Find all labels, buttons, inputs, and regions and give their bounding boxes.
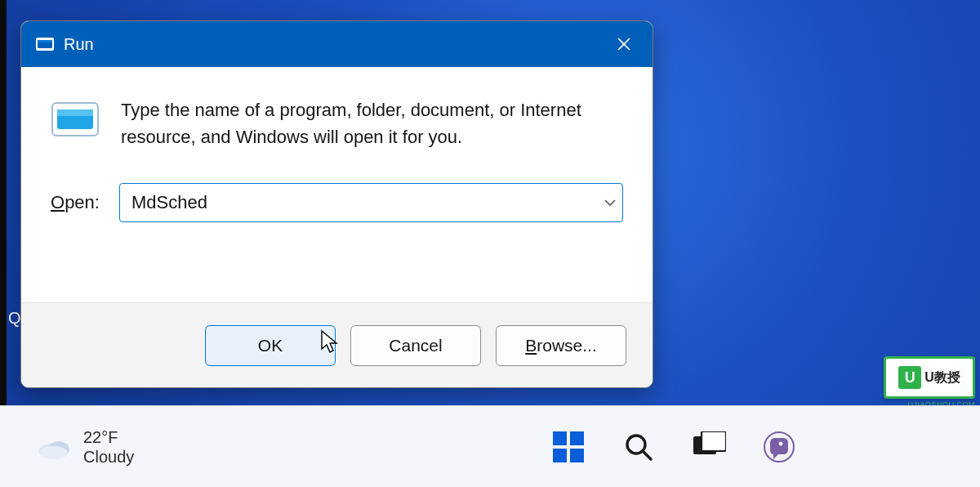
search-button[interactable] bbox=[617, 426, 660, 468]
task-view-button[interactable] bbox=[688, 426, 730, 468]
dialog-body: Type the name of a program, folder, docu… bbox=[21, 67, 653, 302]
watermark-brand: U教授 bbox=[924, 369, 960, 386]
desktop: Q Run bbox=[0, 0, 980, 487]
run-dialog: Run Type the name of a program, fo bbox=[20, 20, 653, 388]
run-large-icon bbox=[51, 100, 100, 139]
chat-icon bbox=[762, 430, 796, 464]
svg-rect-12 bbox=[570, 431, 584, 445]
open-combobox[interactable] bbox=[119, 183, 623, 222]
ok-button[interactable]: OK bbox=[205, 325, 336, 366]
button-bar: OK Cancel Browse... bbox=[21, 302, 653, 387]
run-icon bbox=[36, 38, 54, 51]
svg-point-10 bbox=[40, 446, 68, 459]
dialog-title: Run bbox=[64, 35, 94, 54]
taskbar: 22°F Cloudy bbox=[0, 405, 980, 487]
search-icon bbox=[622, 431, 655, 463]
weather-temp: 22°F bbox=[83, 427, 134, 447]
chat-button[interactable] bbox=[758, 426, 800, 468]
open-input[interactable] bbox=[120, 192, 604, 213]
start-button[interactable] bbox=[547, 426, 590, 468]
chevron-down-icon[interactable] bbox=[604, 196, 622, 209]
svg-rect-2 bbox=[38, 40, 52, 42]
svg-rect-11 bbox=[553, 431, 567, 445]
task-view-icon bbox=[692, 431, 726, 462]
svg-rect-14 bbox=[570, 449, 584, 462]
watermark-logo: U U教授 bbox=[884, 356, 975, 399]
svg-line-16 bbox=[643, 451, 651, 459]
svg-point-20 bbox=[779, 441, 783, 445]
weather-text: 22°F Cloudy bbox=[83, 427, 134, 467]
svg-rect-18 bbox=[702, 431, 726, 451]
cancel-button[interactable]: Cancel bbox=[350, 325, 481, 366]
weather-widget[interactable]: 22°F Cloudy bbox=[36, 427, 134, 467]
watermark-u-icon: U bbox=[898, 366, 921, 389]
svg-rect-7 bbox=[57, 109, 93, 116]
stray-letter: Q bbox=[8, 309, 21, 328]
titlebar[interactable]: Run bbox=[21, 21, 653, 67]
left-border bbox=[0, 0, 7, 405]
close-icon bbox=[617, 37, 631, 51]
windows-icon bbox=[551, 430, 586, 464]
open-label: Open: bbox=[51, 192, 100, 213]
dialog-description: Type the name of a program, folder, docu… bbox=[121, 96, 623, 150]
browse-button[interactable]: Browse... bbox=[496, 325, 626, 366]
close-button[interactable] bbox=[595, 21, 653, 67]
svg-rect-13 bbox=[553, 449, 567, 462]
weather-condition: Cloudy bbox=[83, 447, 134, 467]
cloud-icon bbox=[36, 435, 70, 459]
